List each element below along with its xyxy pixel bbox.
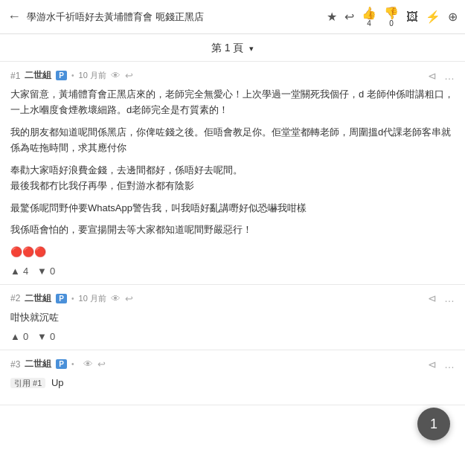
share-icon[interactable]: ⊕ [448,10,458,24]
vote-up-count: 4 [23,266,28,277]
star-icon[interactable]: ★ [327,10,337,24]
comment-meta: #2 二世組 P • 10 月前 👁 ↩ ⊲ … [10,292,455,305]
page-dropdown[interactable]: 第 1 頁 ▾ [211,42,254,54]
vote-up-icon: ▲ [10,266,20,277]
vote-up-button[interactable]: ▲ 4 [10,266,28,277]
author-badge: P [56,294,67,303]
dot-separator: • [71,295,74,303]
image-icon[interactable]: 🖼 [406,10,418,24]
float-button-label: 1 [430,416,437,432]
vote-up-button[interactable]: ▲ 0 [10,331,28,342]
vote-down-button[interactable]: ▼ 0 [37,266,55,277]
author-badge: P [56,71,67,80]
comment-time: 10 月前 [79,293,106,304]
reply-icon[interactable]: ↩ [97,358,106,370]
thumbdown-button[interactable]: 👎 0 [384,6,399,28]
header: ← 學游水千祈唔好去黃埔體育會 呃錢正黑店 ★ ↩ 👍 4 👎 0 🖼 ⚡ ⊕ [0,0,465,34]
reply-icon[interactable]: ↩ [125,70,133,81]
vote-up-count: 0 [23,331,28,342]
page-label: 第 1 頁 [211,42,244,54]
comment-text: 我係唔會怕的，要宣揚開去等大家都知道呢間野嚴惡行！ [10,222,455,237]
comment-text: 咁快就沉咗 [10,309,455,325]
comment-body: 大家留意，黃埔體育會正黑店來的，老師完全無愛心！上次學過一堂關死我個仔，d 老師… [10,86,455,260]
comment-text: 我的朋友都知道呢間係黑店，你俾咗錢之後。佢唔會教足你。佢堂堂都轉老師，周圍搵d代… [10,124,455,156]
comments-list: #1 二世組 P • 10 月前 👁 ↩ ⊲ … 大家留意，黃埔體育會正黑店來的… [0,62,465,405]
vote-down-icon: ▼ [37,266,47,277]
more-action-icon[interactable]: … [444,292,455,304]
more-action-icon[interactable]: … [444,70,455,82]
comment-body: 引用 #1 Up [10,375,455,390]
eye-icon[interactable]: 👁 [83,358,93,370]
quote-tag[interactable]: 引用 #1 [10,378,45,388]
share-action-icon[interactable]: ⊲ [428,292,437,304]
float-action-button[interactable]: 1 [417,408,450,440]
comment-text: 奉勸大家唔好浪費金錢，去邊間都好，係唔好去呢間。最後我都冇比我仔再學，佢對游水都… [10,162,455,194]
dropdown-arrow-icon: ▾ [249,44,254,53]
dot-separator: • [71,360,74,368]
share-back-icon[interactable]: ↩ [344,10,354,24]
comment-num: #2 [10,293,20,303]
comment-author: 二世組 [25,69,51,82]
vote-row: ▲ 0 ▼ 0 [10,331,455,342]
comment-author: 二世組 [25,292,51,305]
comment-block: #1 二世組 P • 10 月前 👁 ↩ ⊲ … 大家留意，黃埔體育會正黑店來的… [0,62,465,285]
comment-right-actions: ⊲ … [428,358,455,370]
page-nav: 第 1 頁 ▾ [0,34,465,62]
thumbup-icon: 👍 [362,6,376,20]
emoji-row: 🔴🔴🔴 [10,244,455,260]
eye-icon[interactable]: 👁 [111,293,121,304]
more-action-icon[interactable]: … [444,358,455,370]
comment-right-actions: ⊲ … [428,292,455,304]
vote-down-count: 0 [50,266,55,277]
comment-block: #2 二世組 P • 10 月前 👁 ↩ ⊲ … 咁快就沉咗 ▲ 0 ▼ 0 [0,285,465,350]
share-action-icon[interactable]: ⊲ [428,358,437,370]
comment-body: 咁快就沉咗 [10,309,455,325]
comment-time: 10 月前 [79,70,106,81]
header-actions: ★ ↩ 👍 4 👎 0 🖼 ⚡ ⊕ [327,6,458,28]
comment-num: #1 [10,71,20,81]
thumbup-button[interactable]: 👍 4 [362,6,376,28]
thumbup-count: 4 [367,20,371,28]
comment-right-actions: ⊲ … [428,70,455,82]
comment-text: 最驚係呢問野仲要WhatsApp警告我，叫我唔好亂講嘢好似恐嚇我咁樣 [10,200,455,216]
page-title: 學游水千祈唔好去黃埔體育會 呃錢正黑店 [27,10,321,24]
eye-icon[interactable]: 👁 [111,70,121,81]
comment-meta: #3 二世組 P • 👁 ↩ ⊲ … [10,358,455,370]
comment-block: #3 二世組 P • 👁 ↩ ⊲ … 引用 #1 Up [0,350,465,405]
dot-separator: • [71,71,74,80]
vote-row: ▲ 4 ▼ 0 [10,266,455,277]
vote-down-count: 0 [50,331,55,342]
comment-text: 引用 #1 Up [10,375,455,390]
reply-icon[interactable]: ↩ [125,293,133,304]
thumbdown-icon: 👎 [384,6,399,20]
comment-meta: #1 二世組 P • 10 月前 👁 ↩ ⊲ … [10,69,455,82]
thumbdown-count: 0 [389,20,394,28]
flash-icon[interactable]: ⚡ [426,10,440,24]
vote-down-button[interactable]: ▼ 0 [37,331,55,342]
comment-text: 大家留意，黃埔體育會正黑店來的，老師完全無愛心！上次學過一堂關死我個仔，d 老師… [10,86,455,118]
share-action-icon[interactable]: ⊲ [428,70,437,82]
comment-author: 二世組 [25,358,51,370]
vote-down-icon: ▼ [37,331,47,342]
comment-num: #3 [10,359,20,370]
author-badge: P [56,359,67,369]
vote-up-icon: ▲ [10,331,20,342]
back-button[interactable]: ← [7,9,21,25]
